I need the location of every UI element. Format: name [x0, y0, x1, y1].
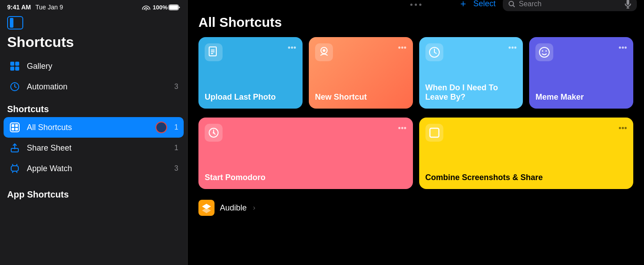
status-bar: 9:41 AM Tue Jan 9 100%	[0, 0, 187, 13]
svg-line-17	[17, 171, 17, 173]
new-shortcut-icon	[315, 43, 333, 61]
start-pomodoro-name: Start Pomodoro	[205, 168, 407, 183]
upload-last-photo-icon	[205, 43, 223, 61]
shortcuts-section-label: Shortcuts	[0, 97, 187, 117]
toggle-bar-right	[15, 18, 21, 28]
topbar-dots	[410, 4, 421, 6]
share-sheet-label: Share Sheet	[27, 143, 168, 153]
sidebar-item-gallery[interactable]: Gallery	[4, 56, 184, 76]
combine-screenshots-name: Combine Screenshots & Share	[425, 168, 627, 183]
sidebar-title: Shortcuts	[0, 32, 187, 56]
search-placeholder: Search	[519, 0, 621, 8]
svg-rect-5	[15, 67, 19, 71]
audible-app-row[interactable]: Audible ›	[198, 196, 633, 219]
svg-rect-20	[627, 0, 629, 5]
svg-rect-13	[11, 166, 18, 171]
svg-line-16	[13, 171, 13, 173]
svg-rect-3	[15, 62, 19, 66]
status-date: Tue Jan 9	[35, 4, 63, 11]
svg-rect-7	[10, 123, 19, 132]
svg-rect-2	[10, 62, 14, 66]
card-top: •••	[205, 124, 407, 142]
battery-percent: 100%	[153, 4, 168, 11]
card-top: •••	[425, 124, 627, 142]
wifi-icon	[142, 4, 150, 10]
share-sheet-badge: 1	[174, 144, 178, 152]
svg-rect-9	[15, 124, 18, 127]
svg-rect-10	[12, 128, 14, 130]
all-shortcuts-dot	[156, 122, 167, 133]
audible-chevron: ›	[253, 204, 255, 212]
sidebar: 9:41 AM Tue Jan 9 100% Sho	[0, 0, 188, 265]
svg-line-19	[513, 5, 515, 7]
sidebar-nav: Gallery Automation 3	[0, 56, 187, 97]
app-shortcuts-section-label: App Shortcuts	[0, 182, 187, 202]
sidebar-item-apple-watch[interactable]: Apple Watch 3	[4, 158, 184, 179]
microphone-icon[interactable]	[624, 0, 631, 8]
card-top: •••	[535, 43, 627, 61]
svg-rect-4	[10, 67, 14, 71]
search-icon	[508, 0, 515, 8]
sidebar-item-all-shortcuts[interactable]: All Shortcuts 1	[4, 117, 184, 138]
upload-last-photo-menu[interactable]: •••	[288, 43, 296, 53]
share-sheet-icon	[9, 142, 21, 154]
new-shortcut-name: New Shortcut	[315, 88, 407, 102]
card-top: •••	[315, 43, 407, 61]
battery-container: 100%	[153, 4, 180, 11]
sidebar-header	[0, 13, 187, 32]
main-topbar: + Select Search	[188, 0, 644, 8]
status-icons: 100%	[142, 4, 180, 11]
svg-point-30	[539, 47, 549, 57]
topbar-dot-1	[410, 4, 412, 6]
gallery-label: Gallery	[27, 62, 178, 71]
when-do-i-need-menu[interactable]: •••	[508, 43, 517, 53]
topbar-dot-2	[415, 4, 417, 6]
battery-icon	[168, 4, 180, 10]
audible-app-name: Audible	[220, 203, 247, 213]
svg-rect-35	[430, 128, 439, 137]
main-panel: + Select Search All Shortcuts	[188, 0, 644, 265]
shortcut-card-when-do-i-need[interactable]: ••• When Do I Need To Leave By?	[419, 37, 523, 109]
apple-watch-badge: 3	[174, 164, 178, 172]
all-shortcuts-badge: 1	[174, 123, 178, 131]
status-time: 9:41 AM	[7, 4, 31, 11]
combine-screenshots-menu[interactable]: •••	[619, 124, 627, 133]
card-top: •••	[205, 43, 296, 61]
sidebar-item-share-sheet[interactable]: Share Sheet 1	[4, 138, 184, 158]
select-button[interactable]: Select	[473, 0, 496, 8]
card-top: •••	[425, 43, 517, 61]
second-row: ••• Start Pomodoro ••• Combine Screensho…	[198, 118, 633, 189]
shortcut-card-meme-maker[interactable]: ••• Meme Maker	[529, 37, 633, 109]
gallery-icon	[9, 60, 21, 72]
combine-screenshots-icon	[425, 124, 443, 142]
start-pomodoro-menu[interactable]: •••	[398, 124, 407, 133]
automation-label: Automation	[27, 82, 168, 92]
shortcuts-grid: ••• Upload Last Photo ••• New Sh	[198, 37, 633, 109]
search-box[interactable]: Search	[503, 0, 637, 11]
svg-rect-11	[15, 128, 18, 130]
new-shortcut-menu[interactable]: •••	[398, 43, 407, 53]
svg-line-15	[17, 164, 17, 166]
sidebar-item-automation[interactable]: Automation 3	[4, 76, 184, 97]
meme-maker-menu[interactable]: •••	[619, 43, 627, 53]
shortcut-card-start-pomodoro[interactable]: ••• Start Pomodoro	[198, 118, 413, 189]
when-do-i-need-icon	[425, 43, 443, 61]
upload-last-photo-name: Upload Last Photo	[205, 88, 296, 102]
sidebar-toggle-icon[interactable]	[7, 16, 23, 29]
meme-maker-name: Meme Maker	[535, 88, 627, 102]
svg-rect-1	[169, 5, 178, 9]
svg-rect-8	[12, 124, 14, 127]
topbar-dot-3	[419, 4, 421, 6]
add-button[interactable]: +	[460, 0, 466, 10]
shortcut-card-upload-last-photo[interactable]: ••• Upload Last Photo	[198, 37, 303, 109]
all-shortcuts-title: All Shortcuts	[198, 15, 633, 30]
toggle-bar-left	[10, 18, 13, 28]
shortcuts-nav: All Shortcuts 1 Share Sheet 1	[0, 117, 187, 179]
when-do-i-need-name: When Do I Need To Leave By?	[425, 79, 517, 102]
svg-marker-37	[202, 208, 211, 213]
shortcut-card-combine-screenshots[interactable]: ••• Combine Screenshots & Share	[419, 118, 634, 189]
all-shortcuts-icon	[9, 122, 21, 133]
main-content: All Shortcuts ••• Upload Last P	[188, 8, 644, 265]
shortcut-card-new-shortcut[interactable]: ••• New Shortcut	[309, 37, 413, 109]
svg-point-31	[542, 50, 543, 52]
